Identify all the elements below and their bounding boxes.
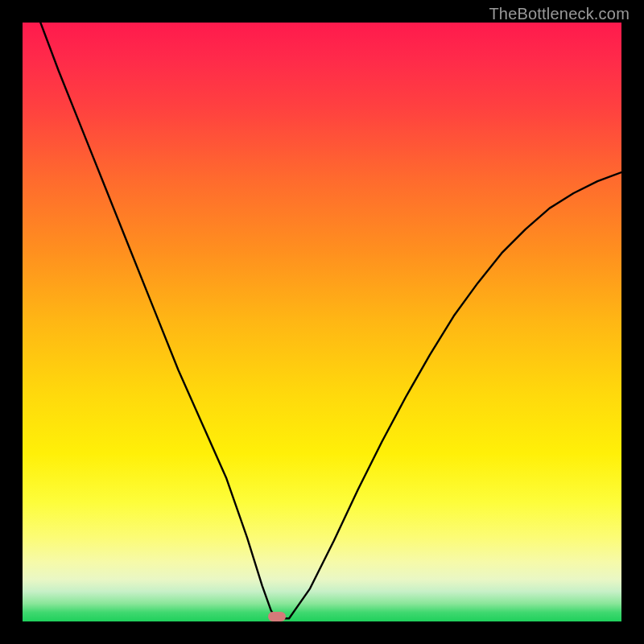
chart-frame: TheBottleneck.com — [0, 0, 644, 644]
optimum-marker — [268, 612, 286, 621]
curve-path — [40, 23, 621, 618]
watermark-text: TheBottleneck.com — [489, 5, 630, 23]
plot-area — [23, 23, 621, 621]
bottleneck-curve — [23, 23, 621, 621]
